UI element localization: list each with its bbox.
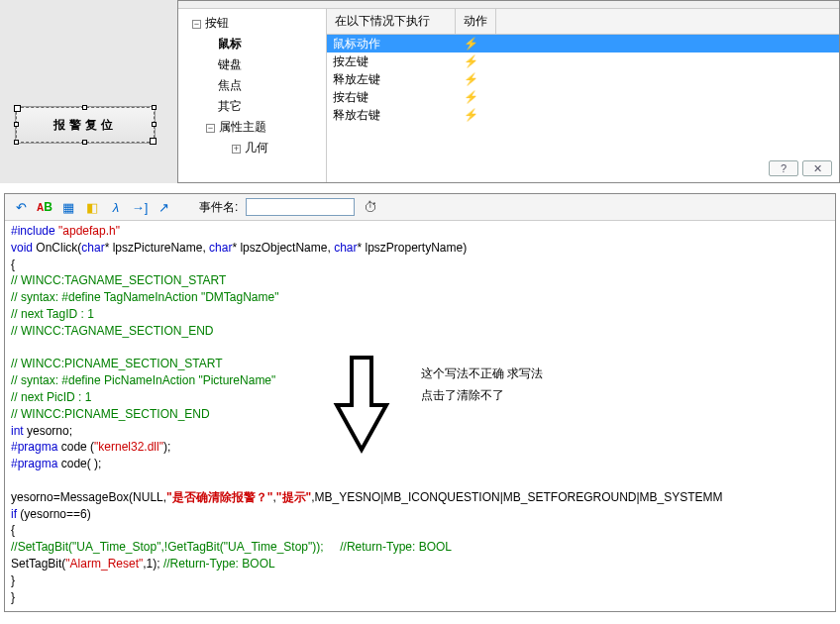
tree-focus[interactable]: 焦点: [184, 75, 320, 96]
lightning-icon: ⚡: [464, 54, 478, 68]
tree-geom[interactable]: +几何: [184, 138, 320, 158]
tree-mouse[interactable]: 鼠标: [184, 34, 320, 54]
action-row-press-right[interactable]: 按右键⚡: [327, 88, 839, 106]
goto-icon[interactable]: →]: [132, 199, 148, 215]
design-canvas[interactable]: 报警复位: [0, 0, 178, 183]
export-icon[interactable]: ↗: [156, 199, 171, 215]
dialog-buttons: ? ✕: [769, 160, 832, 176]
close-button[interactable]: ✕: [802, 160, 832, 176]
annotation-text: 这个写法不正确 求写法 点击了清除不了: [421, 364, 543, 406]
event-tree[interactable]: −按钮 鼠标 键盘 焦点 其它 −属性主题 +几何: [178, 9, 327, 182]
action-row-mouse-action[interactable]: 鼠标动作⚡: [327, 35, 839, 52]
event-name-label: 事件名:: [199, 199, 238, 216]
actions-header: 在以下情况下执行 动作: [327, 9, 839, 35]
tree-keyboard[interactable]: 键盘: [184, 54, 320, 75]
cube-icon[interactable]: ◧: [84, 199, 100, 215]
alarm-reset-button[interactable]: 报警复位: [16, 107, 155, 143]
actions-list: 在以下情况下执行 动作 鼠标动作⚡ 按左键⚡ 释放左键⚡ 按右键⚡ 释放右键⚡: [327, 9, 839, 182]
alarm-reset-label: 报警复位: [53, 117, 117, 134]
code-editor: ↶ AB ▦ ◧ λ →] ↗ 事件名: ⏱ #include "apdefap…: [4, 193, 836, 612]
lambda-icon[interactable]: λ: [108, 199, 124, 215]
lightning-icon: ⚡: [464, 90, 478, 104]
undo-icon[interactable]: ↶: [13, 199, 29, 215]
clock-icon[interactable]: ⏱: [363, 199, 378, 215]
lightning-icon: ⚡: [464, 37, 478, 51]
tree-misc[interactable]: 其它: [184, 96, 320, 117]
actions-header-execute[interactable]: 在以下情况下执行: [327, 9, 456, 34]
action-row-release-right[interactable]: 释放右键⚡: [327, 106, 839, 124]
action-row-release-left[interactable]: 释放左键⚡: [327, 70, 839, 88]
properties-panel: −按钮 鼠标 键盘 焦点 其它 −属性主题 +几何 在以下情况下执行 动作 鼠标…: [178, 0, 840, 183]
editor-toolbar: ↶ AB ▦ ◧ λ →] ↗ 事件名: ⏱: [5, 194, 835, 221]
lightning-icon: ⚡: [464, 108, 478, 122]
lightning-icon: ⚡: [464, 72, 478, 86]
code-text[interactable]: #include "apdefap.h" void OnClick(char* …: [5, 221, 835, 611]
action-row-press-left[interactable]: 按左键⚡: [327, 52, 839, 70]
tree-root[interactable]: −按钮: [184, 13, 320, 34]
top-section: 报警复位 −按钮 鼠标 键盘 焦点 其它 −属性主题 +几何 在以下情况下执行 …: [0, 0, 840, 183]
event-name-input[interactable]: [246, 198, 355, 216]
tree-theme[interactable]: −属性主题: [184, 117, 320, 138]
props-tabbar: [178, 1, 839, 9]
actions-header-action[interactable]: 动作: [456, 9, 496, 34]
help-button[interactable]: ?: [769, 160, 798, 176]
syntax-check-icon[interactable]: AB: [37, 199, 52, 215]
compile-icon[interactable]: ▦: [60, 199, 76, 215]
arrow-icon: [332, 356, 391, 455]
